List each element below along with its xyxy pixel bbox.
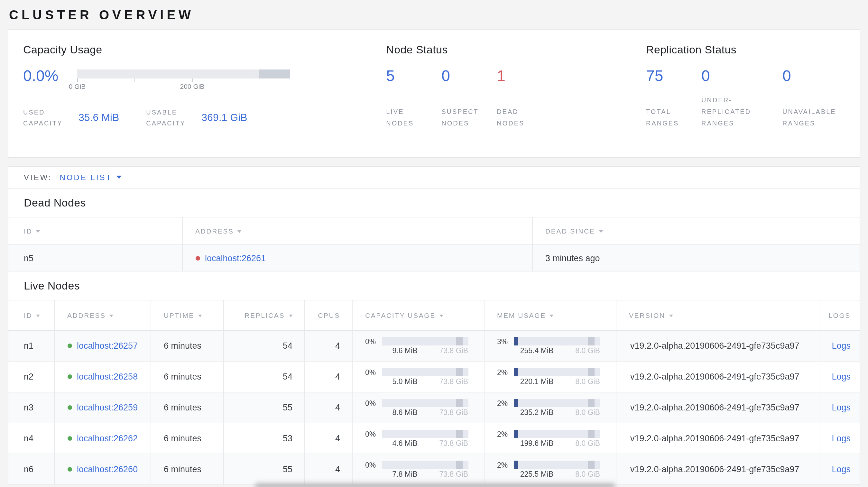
cell-version: v19.2.0-alpha.20190606-2491-gfe735c9a97 [616,392,820,423]
capacity-usage-bar: 0 GiB 200 GiB [77,69,290,91]
capacity-usage-bar: 0% 8.6 MiB73.8 GiB [365,399,484,416]
sort-arrow-icon [288,315,292,317]
cell-dead-since: 3 minutes ago [532,245,860,271]
column-header-address[interactable]: ADDRESS [54,300,151,330]
column-header-mem-usage[interactable]: MEM USAGE [484,300,616,330]
memory-fill [514,399,518,407]
table-header-row: ID ADDRESS UPTIME REPLICAS CPUS CAPACITY… [8,300,860,330]
column-header-uptime[interactable]: UPTIME [151,300,223,330]
sort-arrow-icon [238,230,242,233]
live-node-dot-icon [67,405,72,410]
memory-fill [514,337,518,346]
column-header-capacity-usage[interactable]: CAPACITY USAGE [352,300,484,330]
logs-link[interactable]: Logs [832,341,850,351]
capacity-usage-bar: 0% 9.6 MiB73.8 GiB [365,337,484,355]
live-nodes-table: ID ADDRESS UPTIME REPLICAS CPUS CAPACITY… [8,300,860,485]
column-header-id[interactable]: ID [8,300,54,330]
memory-marker [588,430,594,438]
cell-uptime: 6 minutes [151,361,223,392]
node-list-dropdown[interactable]: NODE LIST [60,173,122,182]
unavailable-ranges-count: 0 [782,68,860,85]
live-nodes-stat: 5 LIVE NODES [386,68,441,129]
column-header-replicas[interactable]: REPLICAS [223,300,304,330]
cell-logs: Logs [820,330,860,361]
cell-version: v19.2.0-alpha.20190606-2491-gfe735c9a97 [616,423,820,454]
memory-usage-bar: 2% 225.5 MiB8.0 GiB [497,461,615,478]
cell-replicas: 54 [223,361,304,392]
table-row: n4 localhost:26262 6 minutes 53 4 0% 4.6… [8,423,860,454]
cluster-summary-card: Capacity Usage 0.0% 0 GiB 200 Gi [8,29,860,158]
cell-uptime: 6 minutes [151,392,223,423]
memory-marker [588,368,594,376]
node-address-link[interactable]: localhost:26260 [77,464,138,474]
capacity-axis-labels: 0 GiB 200 GiB [77,83,290,91]
node-address-link[interactable]: localhost:26262 [77,433,138,443]
live-node-dot-icon [67,375,72,379]
replication-stats: 75 TOTAL RANGES 0 UNDER-REPLICATED RANGE… [646,68,860,129]
capacity-axis-ticks [77,78,290,82]
used-capacity-label: USED CAPACITY [23,107,79,129]
node-address-link[interactable]: localhost:26258 [77,372,138,382]
capacity-marker [456,461,462,469]
cell-uptime: 6 minutes [151,330,223,361]
column-header-address[interactable]: ADDRESS [182,217,532,245]
capacity-usage-bar: 0% 5.0 MiB73.8 GiB [365,368,484,385]
used-capacity-stat: USED CAPACITY 35.6 MiB [23,107,119,129]
live-node-dot-icon [67,344,72,348]
cell-version: v19.2.0-alpha.20190606-2491-gfe735c9a97 [616,361,820,392]
axis-label-zero: 0 GiB [69,83,86,90]
table-row: n3 localhost:26259 6 minutes 55 4 0% 8.6… [8,392,860,423]
sort-arrow-icon [550,315,554,317]
suspect-nodes-stat: 0 SUSPECT NODES [441,68,497,129]
live-node-dot-icon [67,436,72,441]
logs-link[interactable]: Logs [832,403,850,412]
dead-nodes-stat: 1 DEAD NODES [497,68,552,129]
node-address-link[interactable]: localhost:26257 [77,341,138,351]
sort-arrow-icon [599,230,602,233]
cell-version: v19.2.0-alpha.20190606-2491-gfe735c9a97 [616,454,820,485]
logs-link[interactable]: Logs [832,372,850,382]
unavailable-ranges-stat: 0 UNAVAILABLE RANGES [782,68,860,129]
cell-node-id: n2 [8,361,54,392]
cell-node-id: n6 [8,454,54,485]
usable-capacity-label: USABLE CAPACITY [146,107,202,129]
column-header-dead-since[interactable]: DEAD SINCE [532,217,860,245]
memory-marker [588,399,594,407]
logs-link[interactable]: Logs [832,464,850,474]
capacity-marker [456,368,462,376]
axis-tick [250,78,250,82]
cell-mem-usage: 2% 235.2 MiB8.0 GiB [484,392,616,423]
memory-fill [514,461,518,469]
node-address-link[interactable]: localhost:26259 [77,403,138,412]
cell-node-id: n5 [8,245,182,271]
capacity-marker [456,399,462,407]
capacity-usage-bar: 0% 4.6 MiB73.8 GiB [365,430,484,447]
sort-arrow-icon [439,315,443,317]
suspect-nodes-count: 0 [441,68,497,85]
column-header-version[interactable]: VERSION [616,300,820,330]
node-status-section: Node Status 5 LIVE NODES 0 SUSPECT NODES… [386,44,646,157]
logs-link[interactable]: Logs [832,433,850,443]
cell-cpus: 4 [304,454,352,485]
total-ranges-label: TOTAL RANGES [646,106,691,129]
cell-node-address: localhost:26262 [54,423,151,454]
capacity-usage-row: 0.0% 0 GiB 200 GiB [23,68,386,91]
column-header-id[interactable]: ID [8,217,182,245]
suspect-nodes-label: SUSPECT NODES [441,106,487,129]
capacity-bar-reserved-segment [259,69,290,78]
scroll-shadow [255,483,615,487]
page-title: CLUSTER OVERVIEW [9,8,868,23]
total-ranges-stat: 75 TOTAL RANGES [646,68,701,129]
cell-logs: Logs [820,423,860,454]
live-node-dot-icon [67,467,72,472]
memory-usage-bar: 3% 255.4 MiB8.0 GiB [497,337,615,355]
memory-usage-bar: 2% 235.2 MiB8.0 GiB [497,399,615,416]
memory-fill [514,430,518,438]
axis-tick [77,78,78,82]
node-address-link[interactable]: localhost:26261 [205,253,266,263]
cell-logs: Logs [820,361,860,392]
cell-replicas: 55 [223,392,304,423]
axis-tick [192,78,193,82]
cell-node-address: localhost:26259 [54,392,151,423]
axis-tick [135,78,135,82]
